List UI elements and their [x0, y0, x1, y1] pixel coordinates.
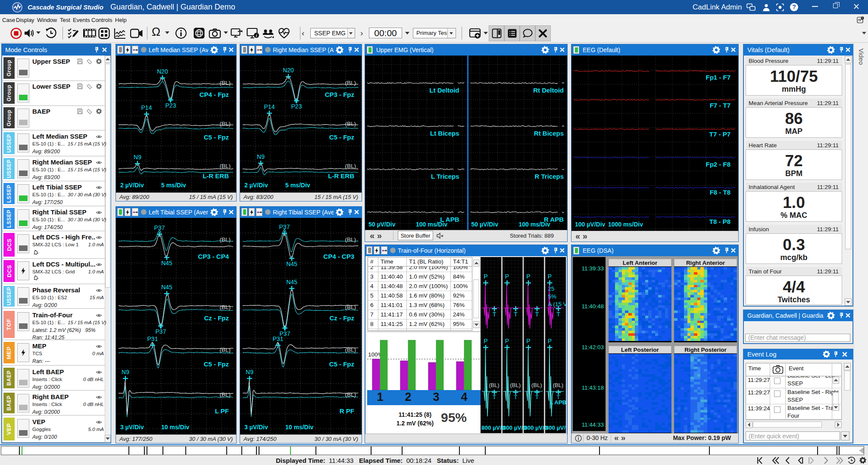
svg-text:(BL): (BL)	[219, 347, 231, 353]
svg-text:5 ms/Div: 5 ms/Div	[161, 182, 186, 189]
svg-text:(BL): (BL)	[219, 304, 231, 310]
svg-text:N45: N45	[286, 279, 297, 285]
svg-text:100 ms/Div: 100 ms/Div	[416, 221, 447, 228]
svg-text:P: P	[526, 273, 530, 280]
svg-text:10 ms/Div: 10 ms/Div	[285, 424, 314, 431]
svg-text:N45: N45	[161, 260, 172, 267]
svg-text:(BL): (BL)	[553, 382, 563, 388]
svg-text:T: T	[514, 394, 518, 400]
svg-text:3 µV/Div: 3 µV/Div	[120, 424, 144, 431]
svg-text:(BL): (BL)	[531, 382, 542, 388]
svg-text:N45: N45	[161, 284, 172, 291]
svg-text:L-R ERB: L-R ERB	[328, 172, 354, 180]
svg-text:Cz - Fpz: Cz - Fpz	[204, 314, 229, 322]
svg-text:50 µV/Div: 50 µV/Div	[471, 221, 499, 228]
svg-text:(BL): (BL)	[219, 236, 231, 243]
svg-text:F8 - T8: F8 - T8	[710, 189, 731, 196]
svg-text:C5 - Fpz: C5 - Fpz	[204, 133, 229, 141]
svg-text:T7 - P7: T7 - P7	[709, 130, 731, 138]
svg-text:N20: N20	[157, 68, 168, 75]
svg-text:(BL): (BL)	[510, 382, 521, 388]
svg-text:100 ms/Div: 100 ms/Div	[519, 221, 550, 228]
svg-text:N9: N9	[246, 369, 253, 375]
svg-text:C5 - Fpz: C5 - Fpz	[329, 360, 354, 368]
svg-text:P: P	[484, 273, 487, 280]
svg-text:P14: P14	[264, 103, 275, 110]
svg-text:P37: P37	[279, 223, 290, 230]
svg-text:T: T	[493, 394, 496, 400]
svg-text:Rt Biceps: Rt Biceps	[534, 130, 564, 137]
svg-text:P31: P31	[147, 335, 158, 342]
svg-text:Lt Deltoid: Lt Deltoid	[429, 87, 459, 94]
svg-text:P37: P37	[156, 328, 166, 335]
svg-text:C5 - Fpz: C5 - Fpz	[329, 133, 354, 141]
svg-text:5 ms/Div: 5 ms/Div	[285, 182, 310, 189]
svg-text:Rt Deltoid: Rt Deltoid	[533, 87, 564, 94]
svg-text:(BL): (BL)	[219, 163, 231, 169]
svg-text:(BL): (BL)	[219, 80, 231, 86]
svg-text:T: T	[535, 311, 539, 318]
svg-text:L APB: L APB	[550, 399, 566, 406]
svg-text:(BL): (BL)	[219, 121, 231, 127]
svg-text:T: T	[493, 311, 496, 318]
svg-text:N20: N20	[283, 67, 294, 74]
svg-text:N45: N45	[286, 260, 297, 267]
svg-text:P23: P23	[291, 103, 302, 110]
svg-text:P: P	[548, 273, 552, 280]
svg-text:A (15 V): A (15 V)	[548, 301, 566, 307]
svg-text:P37: P37	[154, 224, 165, 231]
svg-text:5%: 5%	[548, 293, 557, 300]
svg-text:R Triceps: R Triceps	[534, 173, 564, 180]
svg-text:T: T	[556, 311, 560, 318]
svg-text:2 µV/Div: 2 µV/Div	[120, 182, 144, 189]
svg-text:T: T	[514, 311, 518, 318]
svg-text:N9: N9	[257, 153, 265, 160]
svg-text:L Triceps: L Triceps	[431, 173, 459, 180]
svg-text:N9: N9	[134, 154, 141, 161]
svg-text:CP3 - Fpz: CP3 - Fpz	[325, 91, 354, 98]
svg-text:P14: P14	[141, 104, 152, 111]
svg-text:(BL): (BL)	[489, 382, 500, 388]
svg-text:1000 ms/Div: 1000 ms/Div	[608, 221, 643, 228]
svg-text:(BL): (BL)	[345, 121, 356, 127]
svg-text:P: P	[505, 273, 509, 280]
svg-text:P: P	[505, 338, 509, 344]
svg-text:Lt Biceps: Lt Biceps	[430, 130, 459, 137]
svg-text:CP3 - CP4: CP3 - CP4	[198, 253, 229, 260]
svg-text:P23: P23	[165, 102, 176, 109]
svg-text:Cz - Fpz: Cz - Fpz	[330, 314, 355, 322]
svg-text:(BL): (BL)	[345, 391, 356, 398]
svg-text:P: P	[548, 338, 552, 344]
svg-text:F7 - T7: F7 - T7	[710, 102, 731, 109]
svg-text:2 µV/Div: 2 µV/Div	[244, 182, 268, 189]
svg-text:(BL): (BL)	[219, 391, 231, 398]
svg-text:N9: N9	[122, 369, 129, 375]
svg-text:T8 - P8: T8 - P8	[709, 218, 731, 225]
svg-text:50 µV/Div: 50 µV/Div	[368, 221, 396, 228]
svg-text:P31: P31	[273, 335, 284, 342]
svg-text:(BL): (BL)	[345, 304, 356, 310]
svg-text:CP4 - Fpz: CP4 - Fpz	[200, 91, 229, 98]
svg-text:L-R ERB: L-R ERB	[203, 172, 229, 180]
svg-text:(BL): (BL)	[345, 236, 356, 243]
svg-text:P: P	[526, 338, 530, 344]
svg-text:CP4 - CP3: CP4 - CP3	[323, 253, 354, 260]
svg-text:10 ms/Div: 10 ms/Div	[161, 424, 190, 431]
svg-text:C5 - Fpz: C5 - Fpz	[204, 360, 229, 368]
svg-text:(BL): (BL)	[345, 163, 356, 169]
svg-text:(BL): (BL)	[345, 347, 356, 353]
svg-text:P: P	[484, 338, 487, 344]
svg-text:(BL): (BL)	[345, 80, 356, 86]
svg-text:25: 25	[548, 285, 555, 292]
svg-text:R PF: R PF	[340, 407, 354, 415]
svg-text:800 µV/D: 800 µV/D	[546, 425, 566, 431]
svg-text:Fp1 - F7: Fp1 - F7	[706, 74, 731, 81]
svg-text:T: T	[535, 394, 539, 400]
svg-text:L PF: L PF	[215, 407, 229, 415]
svg-text:100 µV/Div: 100 µV/Div	[575, 221, 606, 228]
svg-text:3 µV/Div: 3 µV/Div	[244, 424, 268, 431]
svg-text:Fp2 - F8: Fp2 - F8	[706, 161, 731, 168]
